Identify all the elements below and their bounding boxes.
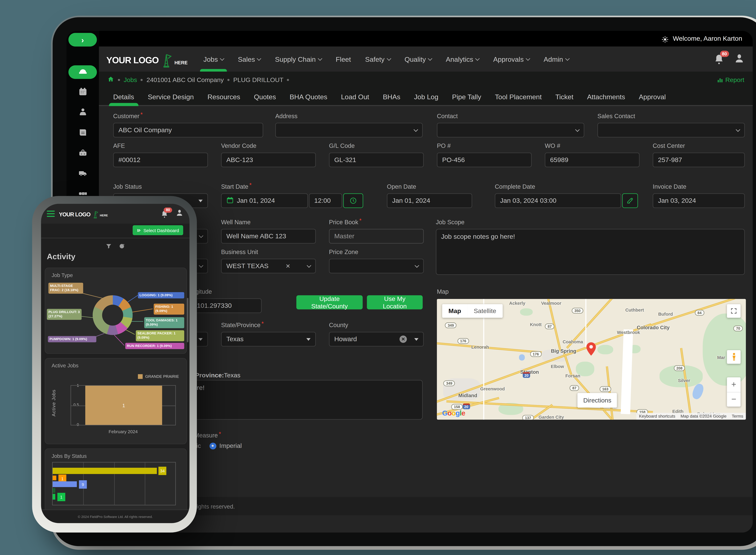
sidebar-item-fleet[interactable] — [68, 167, 97, 181]
customer-input[interactable]: ABC Oil Company — [113, 123, 263, 137]
contact-select[interactable] — [437, 123, 584, 137]
breadcrumb-item[interactable]: PLUG DRILLOUT — [233, 76, 283, 84]
address-select[interactable] — [275, 123, 423, 137]
tab[interactable]: Details — [113, 88, 134, 105]
job-type-donut-chart[interactable] — [93, 295, 133, 335]
nav-item[interactable]: Supply Chain — [275, 46, 322, 72]
start-time-input[interactable]: 12:00 — [309, 194, 342, 208]
update-state-county-button[interactable]: Update State/County — [296, 295, 363, 309]
sidebar-item-jobs[interactable] — [68, 66, 97, 79]
chevron-down-icon — [415, 263, 419, 267]
chevron-down-icon — [257, 56, 262, 60]
use-my-location-button[interactable]: Use My Location — [367, 295, 423, 309]
zoom-out-button[interactable]: − — [727, 392, 741, 407]
imperial-radio[interactable] — [209, 442, 216, 449]
menu-icon[interactable] — [47, 210, 55, 217]
tab[interactable]: Ticket — [555, 88, 573, 105]
map-town-label: Westbrook — [617, 330, 640, 335]
tab[interactable]: Quotes — [254, 88, 276, 105]
status-bar[interactable] — [53, 481, 77, 487]
zoom-in-button[interactable]: + — [727, 377, 741, 392]
nav-item[interactable]: Quality — [405, 46, 431, 72]
notifications-button[interactable]: 80 — [714, 54, 724, 64]
map-button[interactable]: Map — [442, 304, 467, 318]
price-zone-select[interactable] — [329, 259, 424, 273]
filter-icon[interactable] — [106, 242, 111, 251]
breadcrumb-item[interactable]: 2401001 ABC Oil Company — [146, 76, 224, 84]
status-bar[interactable] — [53, 468, 157, 474]
tab[interactable]: Load Out — [341, 88, 369, 105]
map-panel[interactable]: AckerlyVealmoorCuthbertBufordKnottColora… — [437, 299, 746, 420]
nav-item[interactable]: Approvals — [493, 46, 529, 72]
sidebar-expand-button[interactable]: › — [68, 33, 97, 47]
nav-item[interactable]: Jobs — [203, 46, 224, 72]
vendor-code-input[interactable]: ABC-123 — [221, 153, 316, 167]
invoice-date-input[interactable]: Jan 03, 2024 — [653, 194, 745, 208]
nav-item[interactable]: Analytics — [446, 46, 479, 72]
job-scope-textarea[interactable]: Job scope notes go here! — [436, 229, 745, 275]
nav-item[interactable]: Fleet — [336, 46, 351, 72]
gl-code-input[interactable]: GL-321 — [329, 153, 424, 167]
nav-item[interactable]: Admin — [544, 46, 569, 72]
status-bar[interactable] — [53, 488, 55, 493]
afe-input[interactable]: #00012 — [113, 153, 208, 167]
well-name-input[interactable]: Well Name ABC 123 — [221, 229, 316, 244]
keyboard-shortcuts-link[interactable]: Keyboard shortcuts — [639, 414, 675, 419]
satellite-button[interactable]: Satellite — [467, 304, 503, 318]
tab[interactable]: Job Log — [414, 88, 438, 105]
tab[interactable]: Resources — [207, 88, 240, 105]
chevron-down-icon — [475, 56, 480, 60]
time-picker-button[interactable] — [343, 194, 363, 208]
tab[interactable]: Service Design — [148, 88, 194, 105]
edit-complete-date-button[interactable] — [622, 194, 638, 208]
tab[interactable]: Pipe Tally — [452, 88, 481, 105]
sidebar-item-tools[interactable] — [68, 147, 97, 161]
map-pin-icon[interactable] — [586, 342, 596, 356]
nav-item[interactable]: Safety — [365, 46, 390, 72]
bar-grande-prairie[interactable]: 1 — [85, 386, 162, 425]
open-date-input[interactable]: Jan 01, 2024 — [387, 194, 472, 208]
nav-item[interactable]: Sales — [238, 46, 261, 72]
map-route-shield: 87 — [545, 324, 554, 329]
pegman-button[interactable] — [727, 350, 741, 364]
complete-date-input[interactable]: Jan 03, 2024 03:00 — [495, 194, 621, 208]
report-link[interactable]: Report — [717, 76, 744, 84]
sidebar-item-logs[interactable] — [68, 127, 97, 140]
user-profile-button[interactable] — [734, 53, 744, 65]
user-profile-button[interactable] — [176, 209, 183, 218]
terms-link[interactable]: Terms — [732, 414, 743, 419]
cost-center-input[interactable]: 257-987 — [653, 153, 745, 167]
tab[interactable]: Approval — [639, 88, 666, 105]
scrollbar-thumb[interactable] — [187, 298, 188, 342]
tab[interactable]: BHAs — [383, 88, 400, 105]
tab[interactable]: Attachments — [587, 88, 625, 105]
jobs-by-status-chart[interactable]: 34 1 9 — [52, 462, 176, 505]
phone-device: YOUR LOGO HERE 80 Select Dashboard — [35, 198, 196, 529]
business-unit-select[interactable]: WEST TEXAS✕ — [221, 259, 316, 273]
start-date-input[interactable]: Jan 01, 2024 — [221, 194, 308, 208]
active-jobs-bar-chart[interactable]: 1 — [70, 385, 176, 425]
refresh-icon[interactable] — [119, 242, 125, 251]
po-input[interactable]: PO-456 — [437, 153, 532, 167]
fullscreen-button[interactable] — [727, 304, 741, 318]
clear-circle-icon[interactable]: ✕ — [399, 335, 407, 343]
longitude-input[interactable]: -101.297330 — [189, 298, 262, 313]
clear-icon[interactable]: ✕ — [285, 263, 290, 269]
sales-contact-select[interactable] — [598, 123, 745, 137]
home-icon[interactable] — [107, 75, 114, 85]
state-province-select[interactable]: Texas — [221, 332, 316, 346]
select-dashboard-button[interactable]: Select Dashboard — [133, 225, 183, 235]
notes-textarea[interactable]: re! — [178, 380, 423, 420]
tab[interactable]: Tool Placement — [495, 88, 541, 105]
status-bar[interactable] — [53, 494, 55, 500]
directions-button[interactable]: Directions — [577, 393, 617, 408]
sidebar-item-calendar[interactable] — [68, 86, 97, 99]
notifications-button[interactable]: 80 — [161, 210, 168, 218]
status-bar[interactable] — [53, 476, 56, 480]
breadcrumb-item[interactable]: Jobs — [124, 76, 137, 84]
sidebar-item-approvals[interactable] — [68, 106, 97, 120]
tab[interactable]: BHA Quotes — [290, 88, 327, 105]
chevron-down-icon — [428, 56, 432, 60]
county-select[interactable]: Howard✕ — [329, 332, 424, 346]
wo-input[interactable]: 65989 — [545, 153, 640, 167]
